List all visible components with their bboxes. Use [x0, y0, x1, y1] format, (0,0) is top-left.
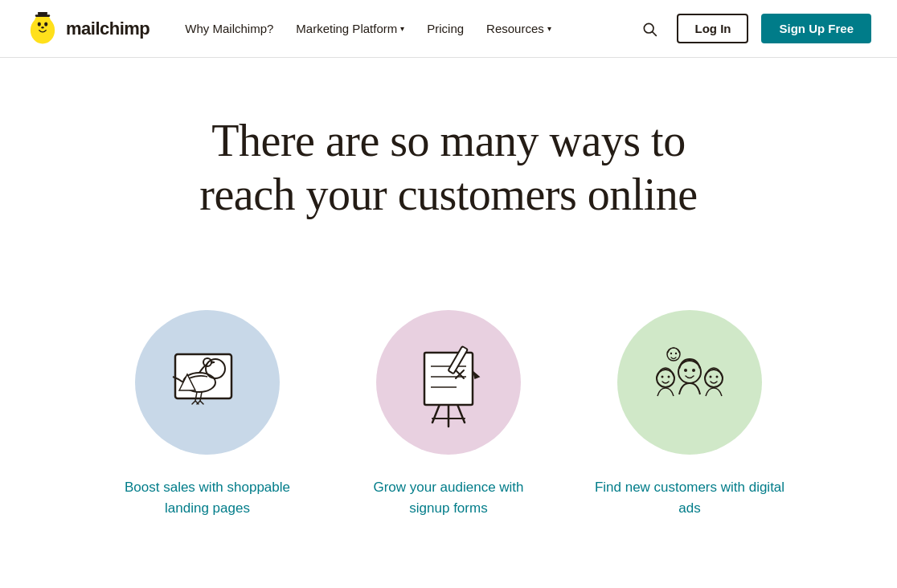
svg-point-4 [41, 27, 43, 29]
login-button[interactable]: Log In [677, 14, 748, 43]
nav-actions: Log In Sign Up Free [635, 14, 871, 43]
svg-rect-13 [424, 353, 473, 405]
card-illustration-signup-forms [376, 310, 521, 455]
svg-point-29 [675, 353, 677, 354]
svg-point-26 [716, 376, 719, 378]
svg-line-8 [653, 31, 657, 35]
signup-button[interactable]: Sign Up Free [761, 14, 871, 43]
card-digital-ads: Find new customers with digital ads [593, 310, 786, 518]
freddie-icon [26, 12, 59, 46]
brand-logo[interactable]: mailchimp [26, 12, 150, 46]
nav-marketing-platform[interactable]: Marketing Platform ▾ [286, 15, 414, 42]
svg-rect-6 [38, 12, 47, 15]
search-button[interactable] [635, 14, 664, 43]
card-label-digital-ads: Find new customers with digital ads [593, 477, 786, 518]
nav-why-mailchimp[interactable]: Why Mailchimp? [175, 15, 283, 42]
card-label-landing-pages: Boost sales with shoppable landing pages [111, 477, 304, 518]
hero-title: There are so many ways to reach your cus… [167, 114, 730, 222]
card-illustration-landing-pages [135, 310, 280, 455]
svg-point-20 [692, 369, 695, 372]
svg-point-3 [44, 22, 47, 26]
card-label-signup-forms: Grow your audience with signup forms [352, 477, 545, 518]
chevron-down-icon: ▾ [400, 24, 404, 33]
svg-point-23 [668, 376, 670, 378]
svg-point-19 [684, 369, 687, 372]
card-illustration-digital-ads [617, 310, 762, 455]
card-signup-forms: Grow your audience with signup forms [352, 310, 545, 518]
digital-ads-icon [637, 330, 742, 435]
card-landing-pages: Boost sales with shoppable landing pages [111, 310, 304, 518]
search-icon [641, 21, 657, 37]
hero-section: There are so many ways to reach your cus… [0, 58, 897, 310]
main-nav: mailchimp Why Mailchimp? Marketing Platf… [0, 0, 897, 58]
svg-point-25 [710, 376, 712, 378]
signup-forms-icon [396, 330, 501, 435]
chevron-down-icon: ▾ [547, 24, 551, 33]
svg-point-28 [670, 353, 672, 354]
feature-cards: Boost sales with shoppable landing pages [0, 310, 897, 566]
landing-pages-icon [155, 330, 260, 435]
svg-point-22 [661, 376, 664, 378]
svg-point-2 [38, 22, 41, 26]
nav-pricing[interactable]: Pricing [417, 15, 473, 42]
nav-resources[interactable]: Resources ▾ [477, 15, 561, 42]
brand-name: mailchimp [66, 18, 150, 39]
nav-links: Why Mailchimp? Marketing Platform ▾ Pric… [175, 15, 635, 42]
